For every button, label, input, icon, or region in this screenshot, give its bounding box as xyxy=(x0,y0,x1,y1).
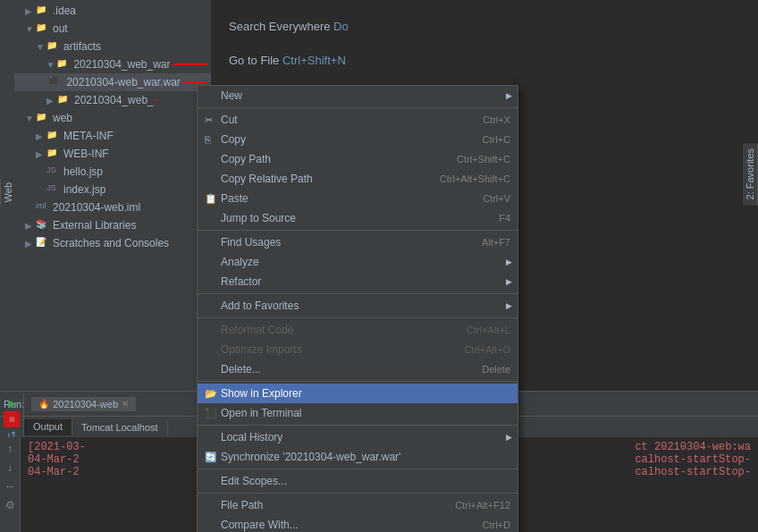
tree-item-idea[interactable]: ▶ 📁 .idea xyxy=(14,2,211,20)
web-side-tab[interactable]: Web xyxy=(0,179,14,206)
output-text-1a: [2021-03- xyxy=(28,441,86,453)
menu-item-compare[interactable]: Compare With... Ctrl+D xyxy=(198,515,518,532)
menu-sep-4 xyxy=(198,381,518,382)
menu-item-delete[interactable]: Delete... Delete xyxy=(198,359,518,379)
menu-item-filepath[interactable]: File Path Ctrl+Alt+F12 xyxy=(198,495,518,515)
tree-item-war-file[interactable]: ⬛ 20210304-web_war.war xyxy=(14,73,211,91)
menu-icon-copy: ⎘ xyxy=(205,134,221,145)
output-text-2b: calhost-startStop- xyxy=(635,453,751,466)
menu-item-jump[interactable]: Jump to Source F4 xyxy=(198,208,518,228)
tree-label-webwar: 20210304_web_war xyxy=(73,58,170,71)
settings-btn[interactable]: ⚙ xyxy=(2,497,18,513)
menu-item-sync[interactable]: 🔄 Synchronize '20210304-web_war.war' xyxy=(198,447,518,467)
scroll-down-btn[interactable]: ↓ xyxy=(2,460,18,476)
run-red-btn[interactable]: ■ xyxy=(4,411,20,427)
menu-item-find[interactable]: Find Usages Alt+F7 xyxy=(198,232,518,252)
tree-item-hello[interactable]: JS hello.jsp xyxy=(14,163,211,181)
tree-arrow-webinf: ▶ xyxy=(36,149,46,159)
jsp-icon-hello: JS xyxy=(46,165,61,178)
menu-item-copy-relative[interactable]: Copy Relative Path Ctrl+Alt+Shift+C xyxy=(198,169,518,189)
menu-label-favorites: Add to Favorites xyxy=(221,300,510,312)
tree-arrow-idea: ▶ xyxy=(25,6,36,16)
tree-item-artifacts[interactable]: ▼ 📁 artifacts xyxy=(14,38,211,55)
iml-icon: iml xyxy=(36,201,50,214)
tree-item-meta[interactable]: ▶ 📁 META-INF xyxy=(14,127,211,145)
menu-item-history[interactable]: Local History xyxy=(198,427,518,447)
menu-label-terminal: Open in Terminal xyxy=(221,407,510,419)
tree-label-web2: 20210304_web_ xyxy=(74,94,154,106)
menu-item-paste[interactable]: 📋 Paste Ctrl+V xyxy=(198,189,518,208)
run-tab-close[interactable]: ✕ xyxy=(122,399,129,409)
tree-item-webwar-folder[interactable]: ▼ 📁 20210304_web_war xyxy=(14,55,211,73)
menu-sep-3 xyxy=(198,317,518,318)
menu-item-copy-path[interactable]: Copy Path Ctrl+Shift+C xyxy=(198,149,518,169)
menu-item-reformat[interactable]: Reformat Code Ctrl+Alt+L xyxy=(198,320,518,340)
menu-item-terminal[interactable]: ⬛ Open in Terminal xyxy=(198,403,518,423)
output-tab-tomcat[interactable]: Tomcat Localhost xyxy=(72,420,168,435)
menu-label-cut: Cut xyxy=(221,114,465,126)
menu-item-scopes[interactable]: Edit Scopes... xyxy=(198,471,518,491)
menu-sep-2 xyxy=(198,293,518,294)
output-tab-output[interactable]: Output xyxy=(24,419,72,435)
tree-arrow-web: ▼ xyxy=(25,114,36,123)
tree-item-web-folder2[interactable]: ▶ 📁 20210304_web_ xyxy=(14,91,211,109)
menu-label-copy: Copy xyxy=(221,133,465,146)
menu-item-cut[interactable]: ✂ Cut Ctrl+X xyxy=(198,110,518,130)
menu-label-analyze: Analyze xyxy=(221,256,510,268)
favorites-side-tab[interactable]: 2: Favorites xyxy=(743,143,758,205)
tree-item-index[interactable]: JS index.jsp xyxy=(14,181,211,198)
menu-item-optimize[interactable]: Optimize Imports Ctrl+Alt+O xyxy=(198,340,518,359)
run-tab-label: 20210304-web xyxy=(53,399,118,410)
menu-shortcut-delete: Delete xyxy=(482,364,510,375)
tree-item-web[interactable]: ▼ 📁 web xyxy=(14,109,211,127)
menu-icon-paste: 📋 xyxy=(205,193,221,205)
folder-icon-artifacts: 📁 xyxy=(46,40,61,53)
menu-shortcut-copy-path: Ctrl+Shift+C xyxy=(457,154,510,165)
menu-item-analyze[interactable]: Analyze xyxy=(198,252,518,272)
menu-shortcut-copy-relative: Ctrl+Alt+Shift+C xyxy=(440,173,510,184)
folder-icon-webwar: 📁 xyxy=(56,58,71,71)
menu-shortcut-compare: Ctrl+D xyxy=(483,519,510,530)
hint-go-to-file: Go to File Ctrl+Shift+N xyxy=(229,52,740,70)
project-tree: ▶ 📁 .idea ▼ 📁 out ▼ 📁 artifacts xyxy=(14,0,211,391)
folder-icon-web: 📁 xyxy=(36,112,50,124)
menu-shortcut-filepath: Ctrl+Alt+F12 xyxy=(455,500,510,511)
menu-shortcut-copy: Ctrl+C xyxy=(483,134,510,145)
tree-label-meta: META-INF xyxy=(63,130,114,142)
tree-item-ext-libs[interactable]: ▶ 📚 External Libraries xyxy=(14,216,211,234)
menu-icon-cut: ✂ xyxy=(205,114,221,126)
menu-item-show-explorer[interactable]: 📂 Show in Explorer xyxy=(198,384,518,403)
war-icon: ⬛ xyxy=(49,76,63,89)
tree-arrow-ext: ▶ xyxy=(25,221,36,231)
folder-icon-webinf: 📁 xyxy=(46,148,61,160)
menu-label-filepath: File Path xyxy=(221,499,437,511)
tree-arrow-out: ▼ xyxy=(25,24,36,34)
tree-item-webinf[interactable]: ▶ 📁 WEB-INF xyxy=(14,145,211,163)
menu-item-copy[interactable]: ⎘ Copy Ctrl+C xyxy=(198,130,518,149)
wrap-btn[interactable]: ↔ xyxy=(2,478,18,494)
menu-label-copy-path: Copy Path xyxy=(221,153,439,165)
tree-label-hello: hello.jsp xyxy=(63,165,103,178)
output-text-1b: ct 20210304-web:wa xyxy=(635,441,751,453)
tree-item-out[interactable]: ▼ 📁 out xyxy=(14,20,211,38)
menu-icon-show-explorer: 📂 xyxy=(205,388,221,400)
menu-sep-1 xyxy=(198,230,518,231)
menu-label-sync: Synchronize '20210304-web_war.war' xyxy=(221,451,510,463)
scroll-up-btn[interactable]: ↑ xyxy=(2,441,18,457)
menu-label-optimize: Optimize Imports xyxy=(221,343,447,356)
tree-arrow-meta: ▶ xyxy=(36,131,46,141)
menu-sep-6 xyxy=(198,469,518,469)
output-text-3a: 04-Mar-2 xyxy=(28,466,80,478)
tree-item-scratches[interactable]: ▶ 📝 Scratches and Consoles xyxy=(14,234,211,252)
run-green-btn[interactable]: ▶ xyxy=(4,395,20,411)
menu-shortcut-reformat: Ctrl+Alt+L xyxy=(467,325,510,335)
menu-label-compare: Compare With... xyxy=(221,519,465,531)
menu-item-refactor[interactable]: Refactor xyxy=(198,272,518,291)
menu-sep-7 xyxy=(198,493,518,494)
menu-icon-sync: 🔄 xyxy=(205,452,221,463)
tree-item-iml[interactable]: iml 20210304-web.iml xyxy=(14,198,211,216)
menu-item-new[interactable]: New xyxy=(198,86,518,106)
menu-item-favorites[interactable]: Add to Favorites xyxy=(198,296,518,316)
run-tab[interactable]: 🔥 20210304-web ✕ xyxy=(31,397,136,411)
tree-label-idea: .idea xyxy=(53,4,76,17)
